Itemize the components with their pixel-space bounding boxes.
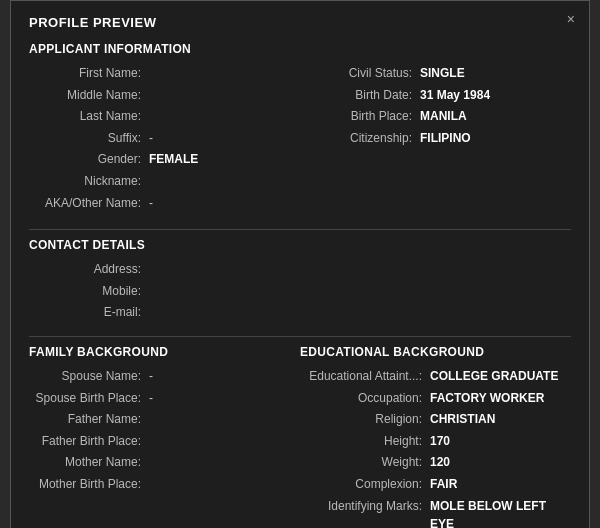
- height-value: 170: [430, 432, 450, 451]
- contact-section-title: CONTACT DETAILS: [29, 238, 571, 252]
- firstname-label: First Name:: [29, 64, 149, 83]
- family-section: FAMILY BACKGROUND Spouse Name: - Spouse …: [29, 345, 300, 528]
- spousebirthplace-label: Spouse Birth Place:: [29, 389, 149, 408]
- applicant-section-title: APPLICANT INFORMATION: [29, 42, 571, 56]
- motherbirthplace-label: Mother Birth Place:: [29, 475, 149, 494]
- middlename-label: Middle Name:: [29, 86, 149, 105]
- fatherbirthplace-label: Father Birth Place:: [29, 432, 149, 451]
- field-row: E-mail:: [29, 303, 571, 322]
- field-row: Mother Birth Place:: [29, 475, 300, 494]
- email-label: E-mail:: [29, 303, 149, 322]
- field-row: Complexion: FAIR: [300, 475, 571, 494]
- field-row: Last Name:: [29, 107, 300, 126]
- birthdate-label: Birth Date:: [300, 86, 420, 105]
- birthdate-value: 31 May 1984: [420, 86, 490, 105]
- field-row: Mother Name:: [29, 453, 300, 472]
- field-row: Spouse Birth Place: -: [29, 389, 300, 408]
- field-row: Father Name:: [29, 410, 300, 429]
- suffix-value: -: [149, 129, 153, 148]
- mothername-label: Mother Name:: [29, 453, 149, 472]
- family-section-title: FAMILY BACKGROUND: [29, 345, 300, 359]
- complexion-label: Complexion:: [300, 475, 430, 494]
- spousebirthplace-value: -: [149, 389, 153, 408]
- civilstatus-value: SINGLE: [420, 64, 465, 83]
- fathername-label: Father Name:: [29, 410, 149, 429]
- field-row: Religion: CHRISTIAN: [300, 410, 571, 429]
- contact-section: CONTACT DETAILS Address: Mobile: E-mail:: [29, 238, 571, 322]
- field-row: Civil Status: SINGLE: [300, 64, 571, 83]
- bottom-section: FAMILY BACKGROUND Spouse Name: - Spouse …: [29, 345, 571, 528]
- gender-value: FEMALE: [149, 150, 198, 169]
- applicant-two-col: First Name: Middle Name: Last Name: Suff…: [29, 64, 571, 215]
- religion-label: Religion:: [300, 410, 430, 429]
- field-row: Identifying Marks: MOLE BELOW LEFT EYE: [300, 497, 571, 529]
- field-row: Occupation: FACTORY WORKER: [300, 389, 571, 408]
- birthplace-label: Birth Place:: [300, 107, 420, 126]
- education-section-title: EDUCATIONAL BACKGROUND: [300, 345, 571, 359]
- field-row: Spouse Name: -: [29, 367, 300, 386]
- divider: [29, 229, 571, 230]
- suffix-label: Suffix:: [29, 129, 149, 148]
- profile-preview-modal: PROFILE PREVIEW × APPLICANT INFORMATION …: [10, 0, 590, 528]
- citizenship-value: FILIPINO: [420, 129, 471, 148]
- weight-value: 120: [430, 453, 450, 472]
- spousename-value: -: [149, 367, 153, 386]
- field-row: Birth Date: 31 May 1984: [300, 86, 571, 105]
- field-row: Educational Attaint...: COLLEGE GRADUATE: [300, 367, 571, 386]
- eduattaint-value: COLLEGE GRADUATE: [430, 367, 558, 386]
- field-row: Birth Place: MANILA: [300, 107, 571, 126]
- lastname-label: Last Name:: [29, 107, 149, 126]
- height-label: Height:: [300, 432, 430, 451]
- field-row: Father Birth Place:: [29, 432, 300, 451]
- aka-label: AKA/Other Name:: [29, 194, 149, 213]
- field-row: Address:: [29, 260, 571, 279]
- field-row: Nickname:: [29, 172, 300, 191]
- religion-value: CHRISTIAN: [430, 410, 495, 429]
- field-row: Gender: FEMALE: [29, 150, 300, 169]
- mobile-label: Mobile:: [29, 282, 149, 301]
- applicant-right-col: Civil Status: SINGLE Birth Date: 31 May …: [300, 64, 571, 215]
- weight-label: Weight:: [300, 453, 430, 472]
- gender-label: Gender:: [29, 150, 149, 169]
- nickname-label: Nickname:: [29, 172, 149, 191]
- education-section: EDUCATIONAL BACKGROUND Educational Attai…: [300, 345, 571, 528]
- close-icon[interactable]: ×: [567, 11, 575, 27]
- applicant-left-col: First Name: Middle Name: Last Name: Suff…: [29, 64, 300, 215]
- field-row: Height: 170: [300, 432, 571, 451]
- field-row: Suffix: -: [29, 129, 300, 148]
- citizenship-label: Citizenship:: [300, 129, 420, 148]
- field-row: AKA/Other Name: -: [29, 194, 300, 213]
- occupation-value: FACTORY WORKER: [430, 389, 544, 408]
- complexion-value: FAIR: [430, 475, 457, 494]
- eduattaint-label: Educational Attaint...:: [300, 367, 430, 386]
- birthplace-value: MANILA: [420, 107, 467, 126]
- spousename-label: Spouse Name:: [29, 367, 149, 386]
- identifying-marks-label: Identifying Marks:: [300, 497, 430, 529]
- field-row: Citizenship: FILIPINO: [300, 129, 571, 148]
- applicant-section: APPLICANT INFORMATION First Name: Middle…: [29, 42, 571, 215]
- address-label: Address:: [29, 260, 149, 279]
- identifying-marks-value: MOLE BELOW LEFT EYE: [430, 497, 571, 529]
- divider: [29, 336, 571, 337]
- field-row: Weight: 120: [300, 453, 571, 472]
- field-row: Middle Name:: [29, 86, 300, 105]
- field-row: First Name:: [29, 64, 300, 83]
- modal-title: PROFILE PREVIEW: [29, 15, 571, 30]
- civilstatus-label: Civil Status:: [300, 64, 420, 83]
- occupation-label: Occupation:: [300, 389, 430, 408]
- aka-value: -: [149, 194, 153, 213]
- field-row: Mobile:: [29, 282, 571, 301]
